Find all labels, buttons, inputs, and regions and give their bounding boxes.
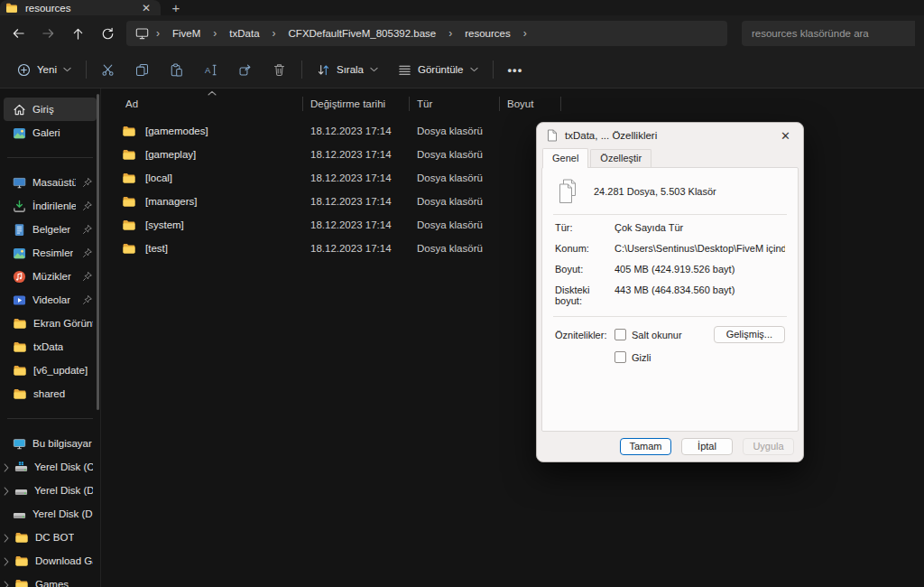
sidebar-item-home[interactable]: Giriş (4, 98, 97, 121)
divider (553, 316, 787, 317)
sidebar-item-label: Belgeler (32, 224, 70, 235)
sidebar-item-shared[interactable]: shared (4, 382, 97, 405)
folder-icon (14, 579, 29, 587)
sidebar: Giriş Galeri Masaüstü İndirilenler Belge… (0, 89, 101, 587)
field-type: Tür: Çok Sayıda Tür (553, 217, 787, 238)
ok-button[interactable]: Tamam (620, 438, 671, 455)
sidebar-item-this-pc[interactable]: Bu bilgisayar (4, 432, 97, 455)
file-date: 18.12.2023 17:14 (303, 172, 410, 183)
computer-icon (13, 437, 26, 451)
folder-icon (122, 243, 136, 255)
file-name: [gamemodes] (145, 126, 208, 136)
sidebar-item-documents[interactable]: Belgeler (4, 218, 97, 241)
paste-button[interactable] (160, 55, 194, 84)
up-button[interactable] (63, 20, 93, 47)
file-date: 18.12.2023 17:14 (303, 196, 410, 207)
file-icon (547, 129, 558, 142)
view-button[interactable]: Görüntüle (388, 55, 488, 84)
file-type: Dosya klasörü (410, 219, 500, 230)
cut-icon (101, 63, 115, 77)
sidebar-item-games[interactable]: Games (4, 573, 97, 587)
chevron-right-icon (4, 463, 9, 472)
breadcrumb-fivem[interactable]: FiveM (167, 26, 206, 41)
attributes-label: Öznitelikler: (555, 330, 614, 340)
sidebar-item-v6-update[interactable]: [v6_update] (4, 359, 97, 382)
field-size-on-disk: Diskteki boyut: 443 MB (464.834.560 bayt… (553, 279, 787, 311)
dialog-tabs: Genel Özelleştir (537, 148, 803, 167)
sidebar-scrollbar[interactable] (97, 94, 99, 410)
sidebar-item-label: Games (35, 579, 69, 587)
sidebar-item-downloads[interactable]: İndirilenler (4, 194, 97, 218)
disk-windows-icon (14, 461, 28, 473)
cut-button[interactable] (91, 55, 125, 84)
column-header-size[interactable]: Boyut (500, 97, 561, 111)
sidebar-item-label: Yerel Disk (C:) (34, 461, 93, 472)
back-button[interactable] (4, 20, 33, 47)
cancel-button[interactable]: İptal (681, 438, 733, 455)
breadcrumb-cfxdefault[interactable]: CFXDefaultFiveM_805392.base (283, 26, 442, 41)
forward-button[interactable] (33, 20, 63, 47)
tab-close-icon[interactable]: ✕ (139, 3, 153, 14)
sidebar-item-disk-d2[interactable]: Yerel Disk (D:) (4, 502, 97, 526)
sidebar-item-pictures[interactable]: Resimler (4, 241, 97, 265)
home-icon (13, 103, 26, 116)
share-button[interactable] (228, 55, 263, 84)
column-header-type[interactable]: Tür (410, 97, 500, 111)
copy-button[interactable] (125, 55, 160, 84)
column-header-name[interactable]: Ad (101, 97, 303, 111)
sidebar-item-txdata[interactable]: txData (4, 335, 97, 359)
tab-general[interactable]: Genel (542, 148, 588, 168)
sidebar-item-gallery[interactable]: Galeri (4, 121, 97, 144)
new-button[interactable]: Yeni (7, 55, 81, 84)
new-label: Yeni (37, 64, 57, 75)
pictures-icon (13, 247, 26, 260)
breadcrumb-resources[interactable]: resources (459, 26, 516, 41)
tab-resources[interactable]: resources ✕ (0, 0, 161, 15)
breadcrumb-separator: › (209, 27, 220, 40)
up-icon (72, 27, 84, 41)
refresh-button[interactable] (93, 20, 123, 47)
sort-button[interactable]: Sırala (307, 55, 388, 84)
gallery-icon (13, 126, 26, 140)
dialog-close-icon[interactable]: ✕ (778, 129, 793, 143)
sidebar-item-dc-bot[interactable]: DC BOT (4, 526, 97, 549)
sidebar-item-videos[interactable]: Videolar (4, 288, 97, 312)
desktop-icon (13, 176, 26, 190)
dialog-general-page: 24.281 Dosya, 5.503 Klasör Tür: Çok Sayı… (541, 167, 799, 432)
sort-ascending-icon (208, 90, 217, 96)
folder-icon (122, 126, 136, 137)
dialog-title-bar[interactable]: txData, ... Özellikleri ✕ (537, 123, 803, 148)
search-input[interactable]: resources klasöründe ara (742, 21, 915, 46)
address-bar[interactable]: › FiveM › txData › CFXDefaultFiveM_80539… (126, 21, 727, 46)
pin-icon (82, 224, 93, 235)
apply-button[interactable]: Uygula (743, 438, 794, 455)
rename-button[interactable] (194, 55, 228, 84)
sidebar-item-label: DC BOT (35, 532, 74, 543)
sidebar-item-screenshots[interactable]: Ekran Görüntüle (4, 312, 97, 335)
readonly-checkbox[interactable] (614, 329, 626, 340)
chevron-right-icon (4, 534, 9, 543)
chevron-down-icon (470, 67, 478, 72)
breadcrumb-separator: › (445, 27, 456, 40)
sidebar-item-music[interactable]: Müzikler (4, 265, 97, 288)
new-tab-button[interactable]: + (161, 0, 191, 15)
more-options-button[interactable]: ••• (498, 55, 533, 84)
sidebar-item-disk-d1[interactable]: Yerel Disk (D:) (4, 479, 97, 502)
delete-button[interactable] (263, 55, 297, 84)
file-type: Dosya klasörü (410, 196, 500, 207)
sidebar-item-download-gar[interactable]: Download Gar (4, 549, 97, 573)
share-icon (238, 63, 252, 77)
hidden-checkbox[interactable] (614, 351, 626, 363)
pin-icon (82, 247, 93, 258)
this-pc-icon (135, 27, 149, 40)
sidebar-item-desktop[interactable]: Masaüstü (4, 171, 97, 194)
sidebar-item-disk-c[interactable]: Yerel Disk (C:) (4, 455, 97, 479)
advanced-button[interactable]: Gelişmiş... (714, 326, 785, 343)
view-lines-icon (398, 63, 411, 77)
tab-bar: resources ✕ + (0, 0, 924, 15)
breadcrumb-txdata[interactable]: txData (224, 26, 264, 41)
tab-customize[interactable]: Özelleştir (590, 149, 651, 167)
chevron-right-icon (4, 487, 9, 496)
column-header-date[interactable]: Değiştirme tarihi (303, 97, 410, 111)
sidebar-item-label: Bu bilgisayar (32, 438, 92, 449)
